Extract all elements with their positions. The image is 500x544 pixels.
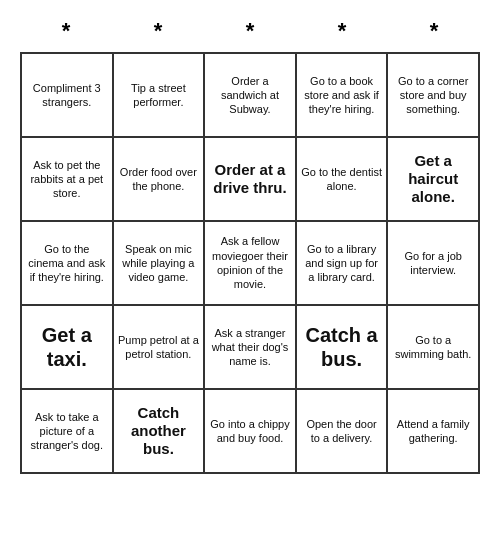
- bingo-cell-15[interactable]: Get a taxi.: [22, 306, 114, 390]
- bingo-cell-24[interactable]: Attend a family gathering.: [388, 390, 480, 474]
- star-5: *: [430, 18, 439, 44]
- bingo-cell-19[interactable]: Go to a swimming bath.: [388, 306, 480, 390]
- bingo-cell-2[interactable]: Order a sandwich at Subway.: [205, 54, 297, 138]
- star-1: *: [62, 18, 71, 44]
- star-2: *: [154, 18, 163, 44]
- bingo-cell-1[interactable]: Tip a street performer.: [114, 54, 206, 138]
- bingo-cell-20[interactable]: Ask to take a picture of a stranger's do…: [22, 390, 114, 474]
- bingo-cell-16[interactable]: Pump petrol at a petrol station.: [114, 306, 206, 390]
- bingo-cell-4[interactable]: Go to a corner store and buy something.: [388, 54, 480, 138]
- bingo-cell-3[interactable]: Go to a book store and ask if they're hi…: [297, 54, 389, 138]
- star-4: *: [338, 18, 347, 44]
- bingo-grid: Compliment 3 strangers.Tip a street perf…: [20, 52, 480, 474]
- bingo-cell-21[interactable]: Catch another bus.: [114, 390, 206, 474]
- bingo-cell-0[interactable]: Compliment 3 strangers.: [22, 54, 114, 138]
- bingo-cell-14[interactable]: Go for a job interview.: [388, 222, 480, 306]
- bingo-cell-8[interactable]: Go to the dentist alone.: [297, 138, 389, 222]
- bingo-cell-17[interactable]: Ask a stranger what their dog's name is.: [205, 306, 297, 390]
- bingo-cell-18[interactable]: Catch a bus.: [297, 306, 389, 390]
- bingo-cell-9[interactable]: Get a haircut alone.: [388, 138, 480, 222]
- bingo-cell-7[interactable]: Order at a drive thru.: [205, 138, 297, 222]
- bingo-cell-12[interactable]: Ask a fellow moviegoer their opinion of …: [205, 222, 297, 306]
- stars-row: * * * * *: [20, 10, 480, 52]
- bingo-cell-22[interactable]: Go into a chippy and buy food.: [205, 390, 297, 474]
- bingo-cell-6[interactable]: Order food over the phone.: [114, 138, 206, 222]
- star-3: *: [246, 18, 255, 44]
- bingo-cell-13[interactable]: Go to a library and sign up for a librar…: [297, 222, 389, 306]
- bingo-cell-5[interactable]: Ask to pet the rabbits at a pet store.: [22, 138, 114, 222]
- bingo-cell-10[interactable]: Go to the cinema and ask if they're hiri…: [22, 222, 114, 306]
- bingo-cell-11[interactable]: Speak on mic while playing a video game.: [114, 222, 206, 306]
- bingo-cell-23[interactable]: Open the door to a delivery.: [297, 390, 389, 474]
